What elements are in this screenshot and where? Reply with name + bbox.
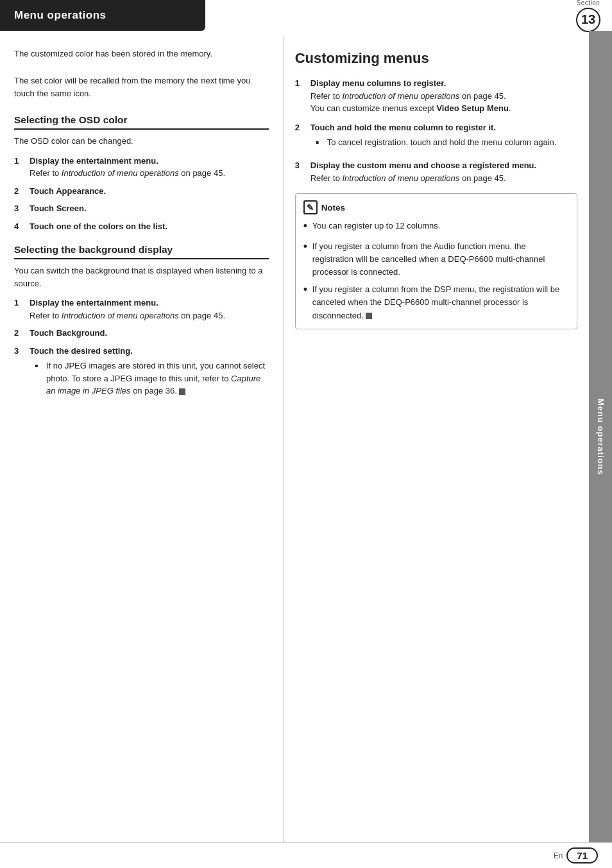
right-title: Customizing menus <box>295 50 577 67</box>
note-item-3: • If you register a column from the DSP … <box>303 283 569 322</box>
left-column: The customized color has been stored in … <box>0 36 283 842</box>
cust-step-2: 2 Touch and hold the menu column to regi… <box>295 121 577 153</box>
sidebar-label: Menu operations <box>596 398 606 474</box>
section-number: 13 <box>576 8 600 32</box>
cust-step-2-bullet: ▪ To cancel registration, touch and hold… <box>316 136 577 150</box>
notes-icon: ✎ <box>303 200 318 214</box>
notes-title: Notes <box>321 203 346 213</box>
header-title-text: Menu operations <box>14 9 106 22</box>
notes-header: ✎ Notes <box>303 200 569 214</box>
notes-box: ✎ Notes • You can register up to 12 colu… <box>295 193 577 329</box>
bg-heading: Selecting the background display <box>14 244 269 259</box>
section-label: Section <box>577 0 600 6</box>
page-number: 71 <box>577 850 588 861</box>
cust-step-3: 3 Display the custom menu and choose a r… <box>295 159 577 184</box>
intro-text-2: The set color will be recalled from the … <box>14 74 269 100</box>
end-marker <box>179 388 185 395</box>
osd-step-3: 3 Touch Screen. <box>14 202 269 215</box>
main-content: The customized color has been stored in … <box>0 36 589 842</box>
bg-desc: You can switch the background that is di… <box>14 265 269 290</box>
osd-step-1: 1 Display the entertainment menu. Refer … <box>14 155 269 180</box>
notes-list: • You can register up to 12 columns. • I… <box>303 220 569 322</box>
right-column: Customizing menus 1 Display menu columns… <box>283 36 589 842</box>
header-title: Menu operations <box>0 0 205 31</box>
note-item-1: • You can register up to 12 columns. <box>303 220 569 236</box>
bg-step-3-bullet: ▪ If no JPEG images are stored in this u… <box>35 360 269 397</box>
osd-step-4: 4 Touch one of the colors on the list. <box>14 220 269 233</box>
en-label: En <box>554 851 563 860</box>
right-sidebar: Menu operations <box>589 31 612 842</box>
bg-step-3: 3 Touch the desired setting. ▪ If no JPE… <box>14 345 269 400</box>
page-number-badge: 71 <box>566 847 598 864</box>
osd-heading: Selecting the OSD color <box>14 114 269 130</box>
cust-step-1: 1 Display menu columns to register. Refe… <box>295 77 577 115</box>
note-item-2: • If you register a column from the Audi… <box>303 240 569 279</box>
osd-desc: The OSD color can be changed. <box>14 135 269 148</box>
bg-step-2: 2 Touch Background. <box>14 327 269 340</box>
end-marker-notes <box>366 313 372 319</box>
intro-text-1: The customized color has been stored in … <box>14 48 269 60</box>
bg-step-1: 1 Display the entertainment menu. Refer … <box>14 297 269 322</box>
bottom-bar: En 71 <box>0 842 612 868</box>
header-bar: Menu operations Section 13 <box>0 0 612 31</box>
osd-step-2: 2 Touch Appearance. <box>14 185 269 198</box>
section-badge: Section 13 <box>576 0 600 32</box>
